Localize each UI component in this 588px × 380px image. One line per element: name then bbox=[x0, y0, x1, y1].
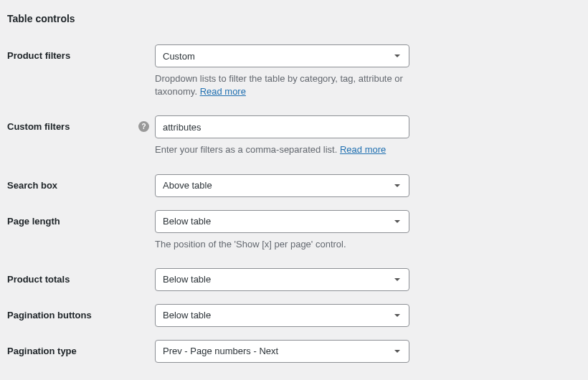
field-pagination-buttons: Below table bbox=[155, 304, 409, 327]
help-icon[interactable]: ? bbox=[138, 121, 149, 132]
field-product-totals: Below table bbox=[155, 268, 409, 291]
product-filters-readmore-link[interactable]: Read more bbox=[200, 86, 246, 97]
field-page-length: Below table The position of the 'Show [x… bbox=[155, 210, 409, 251]
label-search-box: Search box bbox=[7, 174, 155, 191]
page-length-select[interactable]: Below table bbox=[155, 210, 409, 233]
label-custom-filters: Custom filters ? bbox=[7, 115, 155, 132]
row-pagination-buttons: Pagination buttons Below table bbox=[7, 304, 581, 327]
field-pagination-type: Prev - Page numbers - Next bbox=[155, 340, 409, 363]
row-custom-filters: Custom filters ? Enter your filters as a… bbox=[7, 115, 581, 156]
label-pagination-buttons: Pagination buttons bbox=[7, 304, 155, 320]
product-filters-select[interactable]: Custom bbox=[155, 44, 409, 67]
label-pagination-type: Pagination type bbox=[7, 340, 155, 356]
section-title: Table controls bbox=[7, 13, 581, 24]
page-length-desc: The position of the 'Show [x] per page' … bbox=[155, 238, 409, 251]
label-product-filters: Product filters bbox=[7, 44, 155, 61]
custom-filters-readmore-link[interactable]: Read more bbox=[340, 144, 386, 155]
custom-filters-desc-text: Enter your filters as a comma-separated … bbox=[155, 144, 340, 155]
field-table-reset: Show the reset button above the table bbox=[155, 376, 409, 380]
field-search-box: Above table bbox=[155, 174, 409, 197]
row-page-length: Page length Below table The position of … bbox=[7, 210, 581, 251]
label-page-length: Page length bbox=[7, 210, 155, 227]
row-search-box: Search box Above table bbox=[7, 174, 581, 197]
product-filters-desc-text: Dropdown lists to filter the table by ca… bbox=[155, 73, 403, 97]
pagination-type-select[interactable]: Prev - Page numbers - Next bbox=[155, 340, 409, 363]
field-custom-filters: Enter your filters as a comma-separated … bbox=[155, 115, 409, 156]
label-product-totals: Product totals bbox=[7, 268, 155, 285]
label-table-reset: Table reset bbox=[7, 376, 155, 380]
label-custom-filters-text: Custom filters bbox=[7, 121, 70, 132]
search-box-select[interactable]: Above table bbox=[155, 174, 409, 197]
pagination-buttons-select[interactable]: Below table bbox=[155, 304, 409, 327]
product-totals-select[interactable]: Below table bbox=[155, 268, 409, 291]
field-product-filters: Custom Dropdown lists to filter the tabl… bbox=[155, 44, 409, 98]
row-product-filters: Product filters Custom Dropdown lists to… bbox=[7, 44, 581, 98]
row-pagination-type: Pagination type Prev - Page numbers - Ne… bbox=[7, 340, 581, 363]
row-product-totals: Product totals Below table bbox=[7, 268, 581, 291]
row-table-reset: Table reset Show the reset button above … bbox=[7, 376, 581, 380]
custom-filters-input[interactable] bbox=[155, 115, 409, 138]
product-filters-desc: Dropdown lists to filter the table by ca… bbox=[155, 72, 409, 98]
custom-filters-desc: Enter your filters as a comma-separated … bbox=[155, 143, 409, 156]
